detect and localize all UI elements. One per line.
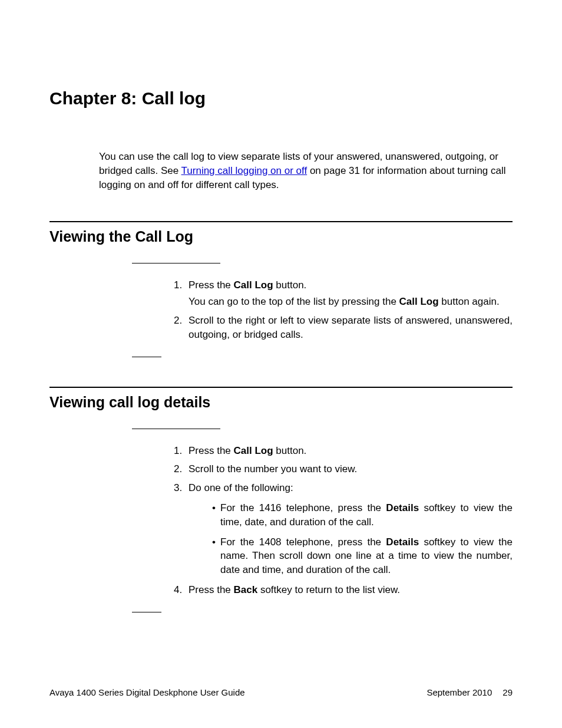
step-text: button again.: [439, 296, 500, 307]
bold-call-log: Call Log: [234, 445, 273, 456]
bullet-list: For the 1416 telephone, press the Detail…: [189, 501, 513, 577]
step-4: Press the Back softkey to return to the …: [185, 583, 513, 597]
section-divider: [49, 387, 513, 388]
chapter-title: Chapter 8: Call log: [49, 88, 513, 108]
step-2: Scroll to the right or left to view sepa…: [185, 314, 513, 342]
step-text: Press the: [189, 445, 234, 456]
step-text: button.: [273, 445, 307, 456]
procedure-rule-top: [132, 429, 220, 429]
footer-page-number: 29: [503, 687, 513, 697]
procedure-rule-top: [132, 263, 220, 263]
step-1: Press the Call Log button. You can go to…: [185, 278, 513, 309]
bullet-item: For the 1408 telephone, press the Detail…: [212, 535, 513, 577]
step-3: Do one of the following: For the 1416 te…: [185, 481, 513, 577]
step-text: Press the: [189, 584, 234, 595]
bullet-item: For the 1416 telephone, press the Detail…: [212, 501, 513, 529]
steps-viewing-details: Press the Call Log button. Scroll to the…: [132, 444, 513, 597]
bold-back: Back: [234, 584, 258, 595]
section-divider: [49, 221, 513, 222]
bullet-text: For the 1408 telephone, press the: [220, 536, 386, 548]
footer-doc-title: Avaya 1400 Series Digital Deskphone User…: [49, 687, 245, 697]
step-2: Scroll to the number you want to view.: [185, 462, 513, 476]
bold-details: Details: [386, 502, 419, 513]
bullet-text: For the 1416 telephone, press the: [220, 502, 386, 513]
step-text: Do one of the following:: [189, 482, 293, 493]
step-text: Press the: [189, 279, 234, 291]
step-text: You can go to the top of the list by pre…: [189, 296, 399, 307]
intro-paragraph: You can use the call log to view separat…: [99, 150, 513, 192]
bold-details: Details: [386, 536, 419, 548]
section-title-viewing-call-log: Viewing the Call Log: [49, 228, 513, 245]
steps-viewing-call-log: Press the Call Log button. You can go to…: [132, 278, 513, 341]
step-1: Press the Call Log button.: [185, 444, 513, 458]
step-text: button.: [273, 279, 307, 291]
step-text: softkey to return to the list view.: [257, 584, 400, 595]
footer-date: September 2010: [427, 687, 492, 697]
bold-call-log: Call Log: [399, 296, 439, 307]
page-footer: Avaya 1400 Series Digital Deskphone User…: [49, 687, 513, 697]
link-turning-call-logging[interactable]: Turning call logging on or off: [181, 165, 308, 176]
section-title-viewing-details: Viewing call log details: [49, 394, 513, 411]
step-subtext: You can go to the top of the list by pre…: [189, 295, 513, 309]
procedure-rule-bottom: [132, 612, 161, 612]
procedure-rule-bottom: [132, 357, 161, 357]
bold-call-log: Call Log: [234, 279, 273, 291]
